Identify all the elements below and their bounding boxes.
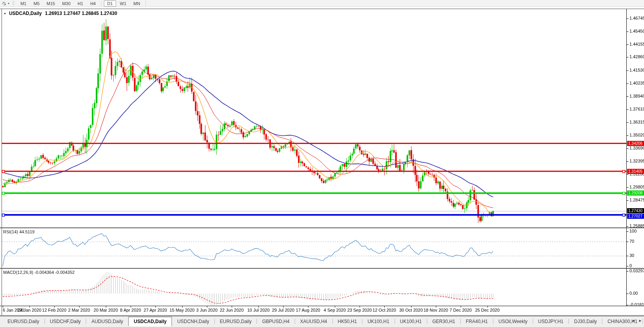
tab-fra40-h1[interactable]: FRA40,H1 xyxy=(461,318,493,326)
tool-dropdown-caret-icon[interactable]: ▼ xyxy=(7,2,10,5)
chart-title-dropdown-icon[interactable]: ▼ xyxy=(4,12,6,15)
timeframe-mn-button[interactable]: MN xyxy=(130,0,143,7)
chart-ohlc-values: 1.26913 1.27447 1.26845 1.27430 xyxy=(45,11,117,16)
price-chart-canvas[interactable] xyxy=(0,0,644,327)
timeframe-toolbar: M1M5M15M30H1H4D1W1MN xyxy=(17,0,148,7)
toolbar: ▼ M1M5M15M30H1H4D1W1MN xyxy=(0,0,644,7)
tab-usoil-weekly[interactable]: USOil,Weekly xyxy=(493,318,533,326)
tab-scroll-left-icon[interactable]: ◄ xyxy=(631,319,635,323)
chart-tool-icon-glyph xyxy=(2,1,7,6)
tab-eurusd-daily[interactable]: EURUSD,Daily xyxy=(215,318,257,326)
tab-scroll-right-icon[interactable]: ► xyxy=(638,319,642,323)
toolbar-divider xyxy=(146,1,146,6)
timeframe-m5-button[interactable]: M5 xyxy=(30,0,42,7)
tab-audusd-daily[interactable]: AUDUSD,Daily xyxy=(86,318,128,326)
tab-ger30-h1[interactable]: GER30,H1 xyxy=(427,318,460,326)
timeframe-h1-button[interactable]: H1 xyxy=(74,0,86,7)
tab-gbpusd-h4[interactable]: GBPUSD,H4 xyxy=(257,318,294,326)
tab-dj30-daily[interactable]: DJ30,Daily xyxy=(569,318,602,326)
chart-tool-icon[interactable] xyxy=(1,1,7,6)
tab-usdcnh-daily[interactable]: USDCNH,Daily xyxy=(172,318,214,326)
timeframe-w1-button[interactable]: W1 xyxy=(117,0,130,7)
timeframe-m1-button[interactable]: M1 xyxy=(17,0,30,7)
timeframe-m15-button[interactable]: M15 xyxy=(44,0,58,7)
toolbar-grip-handle[interactable] xyxy=(13,1,14,6)
chart-symbol-label: USDCAD,Daily xyxy=(9,11,42,16)
timeframe-d1-button[interactable]: D1 xyxy=(104,0,116,7)
tab-uk100-h1[interactable]: UK100,H1 xyxy=(395,318,427,326)
tab-scroll-arrows: ◄ ► xyxy=(631,319,642,323)
timeframe-h4-button[interactable]: H4 xyxy=(87,0,99,7)
chart-title: ▼ USDCAD,Daily 1.26913 1.27447 1.26845 1… xyxy=(4,11,117,16)
tab-usdchf-daily[interactable]: USDCHF,Daily xyxy=(45,318,86,326)
timeframe-m30-button[interactable]: M30 xyxy=(59,0,74,7)
chart-tab-bar: EURUSD,DailyUSDCHF,DailyAUDUSD,DailyUSDC… xyxy=(0,316,644,327)
tab-uk100-h1[interactable]: UK100,H1 xyxy=(362,318,394,326)
tab-hk50-h1[interactable]: HK50,H1 xyxy=(333,318,362,326)
tab-eurusd-daily[interactable]: EURUSD,Daily xyxy=(2,318,44,326)
tab-xauusd-h4[interactable]: XAUUSD,H4 xyxy=(295,318,332,326)
tab-usdcad-daily[interactable]: USDCAD,Daily xyxy=(128,317,172,326)
tab-usdjpy-h1[interactable]: USDJPY,H1 xyxy=(533,318,568,326)
toolbar-divider xyxy=(101,1,101,6)
